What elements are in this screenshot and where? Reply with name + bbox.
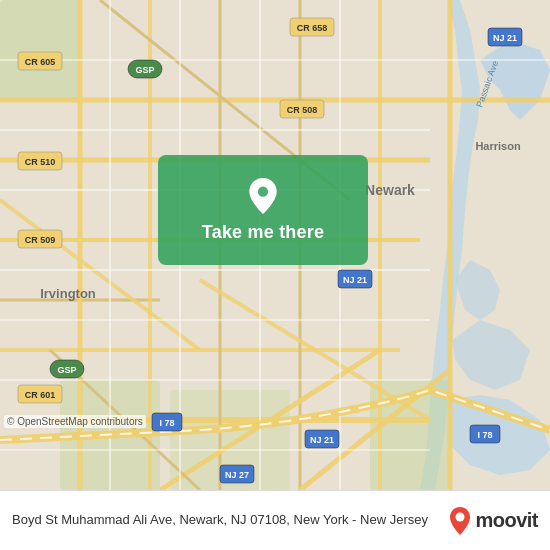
svg-text:NJ 21: NJ 21 (310, 435, 334, 445)
svg-text:GSP: GSP (135, 65, 154, 75)
location-pin-icon (245, 178, 281, 214)
svg-point-67 (456, 512, 465, 521)
svg-text:I 78: I 78 (477, 430, 492, 440)
svg-text:NJ 21: NJ 21 (493, 33, 517, 43)
address-text: Boyd St Muhammad Ali Ave, Newark, NJ 071… (12, 511, 441, 529)
svg-text:Harrison: Harrison (475, 140, 521, 152)
svg-text:NJ 21: NJ 21 (343, 275, 367, 285)
svg-point-66 (258, 186, 268, 196)
osm-attribution: © OpenStreetMap contributors (4, 415, 146, 428)
svg-text:CR 658: CR 658 (297, 23, 328, 33)
svg-text:Newark: Newark (365, 182, 415, 198)
svg-text:CR 508: CR 508 (287, 105, 318, 115)
svg-text:Irvington: Irvington (40, 286, 96, 301)
moovit-logo: moovit (449, 507, 538, 535)
svg-text:CR 605: CR 605 (25, 57, 56, 67)
svg-text:GSP: GSP (57, 365, 76, 375)
take-me-there-button[interactable]: Take me there (158, 155, 368, 265)
moovit-pin-icon (449, 507, 471, 535)
map-container: CR 605 CR 658 NJ 21 CR 510 CR 508 CR 509… (0, 0, 550, 490)
svg-text:I 78: I 78 (159, 418, 174, 428)
bottom-bar: Boyd St Muhammad Ali Ave, Newark, NJ 071… (0, 490, 550, 550)
svg-text:CR 510: CR 510 (25, 157, 56, 167)
svg-rect-1 (0, 0, 80, 100)
moovit-logo-text: moovit (475, 509, 538, 532)
take-me-there-label: Take me there (202, 222, 324, 243)
svg-text:NJ 27: NJ 27 (225, 470, 249, 480)
svg-text:CR 509: CR 509 (25, 235, 56, 245)
svg-text:CR 601: CR 601 (25, 390, 56, 400)
